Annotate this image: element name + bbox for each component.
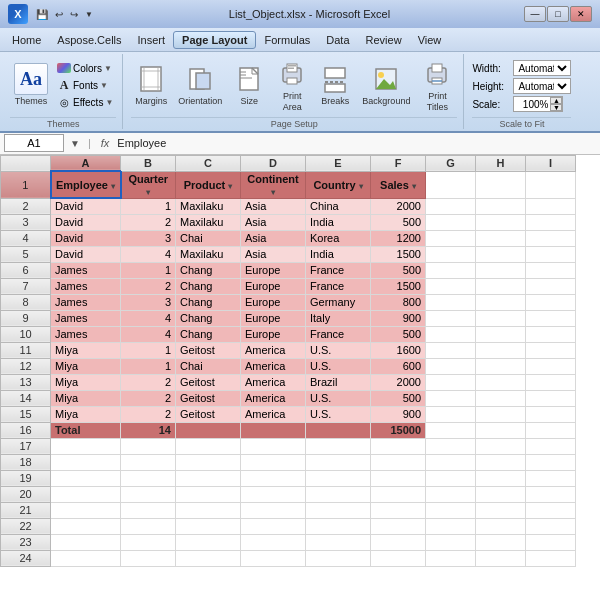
cell-13c[interactable]: Geitost bbox=[176, 374, 241, 390]
cell-4d[interactable]: Asia bbox=[241, 230, 306, 246]
col-header-i[interactable]: I bbox=[526, 155, 576, 171]
cell-4c[interactable]: Chai bbox=[176, 230, 241, 246]
menu-review[interactable]: Review bbox=[358, 32, 410, 48]
menu-page-layout[interactable]: Page Layout bbox=[173, 31, 256, 49]
cell-total-15000[interactable]: 15000 bbox=[371, 422, 426, 438]
cell-12e[interactable]: U.S. bbox=[306, 358, 371, 374]
cell-3f[interactable]: 500 bbox=[371, 214, 426, 230]
cell-12f[interactable]: 600 bbox=[371, 358, 426, 374]
cell-6e[interactable]: France bbox=[306, 262, 371, 278]
header-cell-continent[interactable]: Continent ▾ bbox=[241, 171, 306, 198]
cell-13b[interactable]: 2 bbox=[121, 374, 176, 390]
background-button[interactable]: Background bbox=[358, 61, 414, 109]
cell-4e[interactable]: Korea bbox=[306, 230, 371, 246]
cell-9d[interactable]: Europe bbox=[241, 310, 306, 326]
menu-aspose[interactable]: Aspose.Cells bbox=[49, 32, 129, 48]
print-area-button[interactable]: PrintArea bbox=[272, 56, 312, 115]
menu-home[interactable]: Home bbox=[4, 32, 49, 48]
colors-button[interactable]: Colors ▼ bbox=[54, 60, 116, 76]
cell-11c[interactable]: Geitost bbox=[176, 342, 241, 358]
cell-2e[interactable]: China bbox=[306, 198, 371, 214]
cell-10a[interactable]: James bbox=[51, 326, 121, 342]
cell-8b[interactable]: 3 bbox=[121, 294, 176, 310]
cell-14a[interactable]: Miya bbox=[51, 390, 121, 406]
redo-button[interactable]: ↪ bbox=[68, 8, 80, 21]
cell-15a[interactable]: Miya bbox=[51, 406, 121, 422]
cell-total-14[interactable]: 14 bbox=[121, 422, 176, 438]
header-cell-product[interactable]: Product ▾ bbox=[176, 171, 241, 198]
cell-6d[interactable]: Europe bbox=[241, 262, 306, 278]
cell-13d[interactable]: America bbox=[241, 374, 306, 390]
cell-8f[interactable]: 800 bbox=[371, 294, 426, 310]
col-header-h[interactable]: H bbox=[476, 155, 526, 171]
cell-11d[interactable]: America bbox=[241, 342, 306, 358]
scale-input[interactable] bbox=[514, 97, 550, 111]
scale-down-button[interactable]: ▼ bbox=[550, 104, 562, 111]
maximize-button[interactable]: □ bbox=[547, 6, 569, 22]
close-button[interactable]: ✕ bbox=[570, 6, 592, 22]
cell-11e[interactable]: U.S. bbox=[306, 342, 371, 358]
quick-access-dropdown[interactable]: ▼ bbox=[83, 9, 95, 20]
cell-15e[interactable]: U.S. bbox=[306, 406, 371, 422]
effects-button[interactable]: ◎ Effects ▼ bbox=[54, 94, 116, 110]
cell-2f[interactable]: 2000 bbox=[371, 198, 426, 214]
cell-11f[interactable]: 1600 bbox=[371, 342, 426, 358]
cell-3c[interactable]: Maxilaku bbox=[176, 214, 241, 230]
cell-2c[interactable]: Maxilaku bbox=[176, 198, 241, 214]
cell-14d[interactable]: America bbox=[241, 390, 306, 406]
cell-7b[interactable]: 2 bbox=[121, 278, 176, 294]
margins-button[interactable]: Margins bbox=[131, 61, 171, 109]
undo-button[interactable]: ↩ bbox=[53, 8, 65, 21]
cell-6c[interactable]: Chang bbox=[176, 262, 241, 278]
cell-7d[interactable]: Europe bbox=[241, 278, 306, 294]
fonts-button[interactable]: A Fonts ▼ bbox=[54, 77, 116, 93]
header-cell-quarter[interactable]: Quarter ▾ bbox=[121, 171, 176, 198]
cell-7a[interactable]: James bbox=[51, 278, 121, 294]
menu-insert[interactable]: Insert bbox=[130, 32, 174, 48]
menu-view[interactable]: View bbox=[410, 32, 450, 48]
menu-formulas[interactable]: Formulas bbox=[256, 32, 318, 48]
cell-12d[interactable]: America bbox=[241, 358, 306, 374]
header-cell-employee[interactable]: Employee ▾ bbox=[51, 171, 121, 198]
col-header-e[interactable]: E bbox=[306, 155, 371, 171]
menu-data[interactable]: Data bbox=[318, 32, 357, 48]
cell-8a[interactable]: James bbox=[51, 294, 121, 310]
cell-3a[interactable]: David bbox=[51, 214, 121, 230]
cell-reference-input[interactable] bbox=[4, 134, 64, 152]
cell-15c[interactable]: Geitost bbox=[176, 406, 241, 422]
cell-14e[interactable]: U.S. bbox=[306, 390, 371, 406]
cell-14f[interactable]: 500 bbox=[371, 390, 426, 406]
col-header-a[interactable]: A bbox=[51, 155, 121, 171]
cell-5f[interactable]: 1500 bbox=[371, 246, 426, 262]
cell-3d[interactable]: Asia bbox=[241, 214, 306, 230]
cell-12c[interactable]: Chai bbox=[176, 358, 241, 374]
cell-9e[interactable]: Italy bbox=[306, 310, 371, 326]
orientation-button[interactable]: Orientation bbox=[174, 61, 226, 109]
cell-9f[interactable]: 900 bbox=[371, 310, 426, 326]
cell-15d[interactable]: America bbox=[241, 406, 306, 422]
cell-10b[interactable]: 4 bbox=[121, 326, 176, 342]
cell-8e[interactable]: Germany bbox=[306, 294, 371, 310]
col-header-d[interactable]: D bbox=[241, 155, 306, 171]
cell-12b[interactable]: 1 bbox=[121, 358, 176, 374]
formula-input[interactable] bbox=[117, 134, 596, 152]
header-cell-sales[interactable]: Sales ▾ bbox=[371, 171, 426, 198]
cell-6a[interactable]: James bbox=[51, 262, 121, 278]
cell-8c[interactable]: Chang bbox=[176, 294, 241, 310]
cell-10f[interactable]: 500 bbox=[371, 326, 426, 342]
breaks-button[interactable]: Breaks bbox=[315, 61, 355, 109]
cell-4a[interactable]: David bbox=[51, 230, 121, 246]
cell-ref-dropdown[interactable]: ▼ bbox=[68, 138, 82, 149]
cell-9a[interactable]: James bbox=[51, 310, 121, 326]
cell-13e[interactable]: Brazil bbox=[306, 374, 371, 390]
cell-14c[interactable]: Geitost bbox=[176, 390, 241, 406]
cell-8d[interactable]: Europe bbox=[241, 294, 306, 310]
cell-7e[interactable]: France bbox=[306, 278, 371, 294]
cell-2b[interactable]: 1 bbox=[121, 198, 176, 214]
minimize-button[interactable]: — bbox=[524, 6, 546, 22]
cell-3b[interactable]: 2 bbox=[121, 214, 176, 230]
header-cell-country[interactable]: Country ▾ bbox=[306, 171, 371, 198]
cell-10e[interactable]: France bbox=[306, 326, 371, 342]
cell-5b[interactable]: 4 bbox=[121, 246, 176, 262]
col-header-c[interactable]: C bbox=[176, 155, 241, 171]
